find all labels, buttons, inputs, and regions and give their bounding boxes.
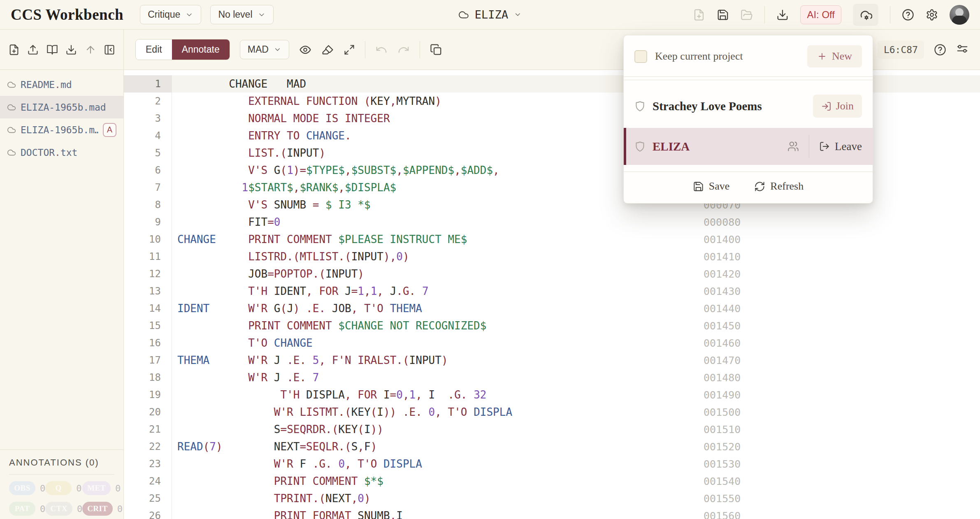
code-line[interactable]: 22READ(7) NEXT=SEQLR.(S,F)001520	[124, 438, 980, 455]
annotation-count: 0	[40, 504, 45, 514]
divider	[365, 41, 365, 58]
login-icon	[821, 101, 831, 111]
annotation-pill: Q	[45, 481, 72, 495]
code-line[interactable]: 25 TPRINT.(NEXT,0)001550	[124, 490, 980, 507]
undo-icon[interactable]	[375, 44, 388, 56]
highlighter-icon[interactable]	[321, 44, 334, 56]
eye-icon[interactable]	[299, 44, 311, 56]
line-number: 21	[124, 421, 172, 438]
avatar[interactable]	[950, 5, 969, 25]
save-label: Save	[709, 180, 730, 192]
new-project-button[interactable]: New	[807, 45, 862, 67]
code-line[interactable]: 14IDENT W'R G(J) .E. JOB, T'O THEMA00144…	[124, 300, 980, 317]
sidebar-toolbar	[0, 30, 123, 70]
arrow-up-icon[interactable]	[85, 44, 96, 56]
cloud-icon	[7, 125, 16, 134]
code-line[interactable]: 23 W'R F .G. 0, T'O DISPLA001530	[124, 455, 980, 473]
sliders-icon[interactable]	[956, 44, 968, 56]
code-line[interactable]: 13 T'H IDENT, FOR J=1,1, J.G. 7001430	[124, 283, 980, 300]
file-item[interactable]: ELIZA-1965b.m…A	[0, 118, 123, 141]
copy-icon[interactable]	[430, 44, 442, 56]
keep-project-checkbox[interactable]	[634, 50, 647, 63]
help-icon[interactable]	[934, 44, 946, 56]
cloud-icon	[7, 103, 16, 112]
annotation-pill: CTX	[45, 502, 72, 516]
code-line[interactable]: 26 PRINT FORMAT SNUMB,I001560	[124, 507, 980, 519]
code-line[interactable]: 11 LISTRD.(MTLIST.(INPUT),0)001410	[124, 248, 980, 265]
download-icon[interactable]	[65, 44, 77, 56]
line-number: 11	[124, 248, 172, 265]
code-line[interactable]: 16 T'O CHANGE001460	[124, 334, 980, 352]
cloud-icon	[7, 80, 16, 89]
save-button[interactable]: Save	[693, 180, 730, 192]
mode-segmented-control: Edit Annotate	[135, 39, 230, 60]
shield-icon	[634, 101, 646, 112]
annotate-mode-button[interactable]: Annotate	[172, 39, 230, 60]
project-row[interactable]: ELIZALeave	[624, 128, 873, 165]
sequence-number: 001560	[704, 507, 741, 519]
code-line[interactable]: 21 S=SEQRDR.(KEY(I))001510	[124, 421, 980, 438]
code-line[interactable]: 17THEMA W'R J .E. 5, F'N IRALST.(INPUT)0…	[124, 352, 980, 369]
project-name: ELIZA	[653, 140, 690, 153]
expand-icon[interactable]	[344, 44, 355, 56]
file-item[interactable]: DOCTOR.txt	[0, 141, 123, 164]
level-label: No level	[218, 9, 252, 20]
join-button[interactable]: Join	[813, 95, 862, 118]
collapse-panel-icon[interactable]	[104, 44, 115, 56]
critique-label: Critique	[148, 9, 180, 20]
reader-icon[interactable]	[46, 44, 58, 56]
project-switcher[interactable]: ELIZA	[458, 8, 522, 21]
annotation-badge: MET0	[82, 481, 123, 495]
edit-mode-button[interactable]: Edit	[136, 39, 172, 60]
refresh-button[interactable]: Refresh	[754, 180, 804, 192]
sequence-number: 001530	[704, 455, 741, 473]
sequence-number: 001550	[704, 490, 741, 507]
popup-header-row: Keep current project New	[624, 35, 873, 76]
code-line[interactable]: 20 W'R LISTMT.(KEY(I)) .E. 0, T'O DISPLA…	[124, 403, 980, 421]
new-file-icon[interactable]	[693, 9, 705, 21]
project-row[interactable]: Strachey Love PoemsJoin	[624, 88, 873, 125]
code-line[interactable]: 24 PRINT COMMENT $*$001540	[124, 473, 980, 490]
code-line[interactable]: 10CHANGE PRINT COMMENT $PLEASE INSTRUCT …	[124, 231, 980, 248]
level-dropdown[interactable]: No level	[210, 5, 273, 24]
save-icon[interactable]	[717, 9, 729, 21]
sequence-number: 001510	[704, 421, 741, 438]
code-line[interactable]: 15 PRINT COMMENT $CHANGE NOT RECOGNIZED$…	[124, 317, 980, 334]
help-icon[interactable]	[902, 9, 914, 21]
app-title: CCS Workbench	[11, 6, 123, 23]
code-text: W'R LISTMT.(KEY(I)) .E. 0, T'O DISPLA	[172, 403, 704, 421]
settings-gear-icon[interactable]	[926, 9, 938, 21]
open-folder-icon[interactable]	[741, 9, 753, 21]
plus-icon	[817, 51, 827, 61]
code-text: T'O CHANGE	[172, 334, 704, 352]
line-number: 3	[124, 110, 172, 127]
file-item[interactable]: ELIZA-1965b.mad	[0, 96, 123, 118]
line-number: 4	[124, 127, 172, 144]
line-number: 25	[124, 490, 172, 507]
annotation-file-badge: A	[103, 123, 116, 137]
annotations-panel: ANNOTATIONS (0) OBS0Q0MET0PAT0CTX0CRIT0	[0, 449, 123, 519]
annotation-pill: PAT	[9, 502, 35, 516]
critique-dropdown[interactable]: Critique	[140, 5, 201, 24]
cloud-icon	[7, 148, 16, 157]
code-text: PRINT COMMENT $*$	[172, 473, 704, 490]
code-line[interactable]: 19 T'H DISPLA, FOR I=0,1, I .G. 32001490	[124, 386, 980, 403]
redo-icon[interactable]	[397, 44, 410, 56]
language-dropdown[interactable]: MAD	[240, 40, 289, 59]
download-icon[interactable]	[776, 9, 789, 21]
cloud-sync-button[interactable]	[853, 4, 878, 26]
upload-icon[interactable]	[27, 44, 39, 56]
file-item[interactable]: README.md	[0, 73, 123, 96]
code-text: READ(7) NEXT=SEQLR.(S,F)	[172, 438, 704, 455]
code-line[interactable]: 12 JOB=POPTOP.(INPUT)001420	[124, 265, 980, 283]
new-file-icon[interactable]	[8, 44, 20, 56]
leave-button[interactable]: Leave	[819, 140, 862, 153]
sequence-number: 000080	[704, 213, 741, 231]
line-number: 10	[124, 231, 172, 248]
code-line[interactable]: 18 W'R J .E. 7001480	[124, 369, 980, 386]
code-text: CHANGE PRINT COMMENT $PLEASE INSTRUCT ME…	[172, 231, 704, 248]
ai-toggle-badge[interactable]: AI: Off	[800, 5, 841, 24]
code-line[interactable]: 9 FIT=0000080	[124, 213, 980, 231]
chevron-down-icon	[274, 46, 281, 53]
sequence-number: 001450	[704, 317, 741, 334]
